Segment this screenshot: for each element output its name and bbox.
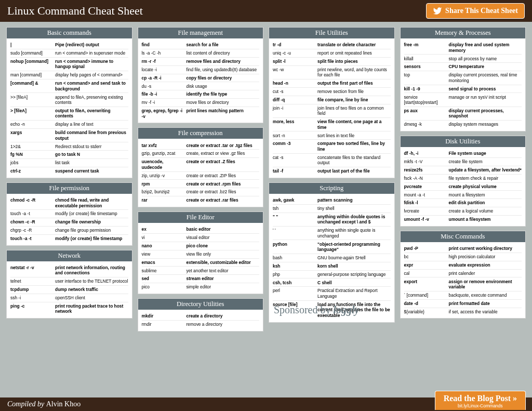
- command-description: create or extract .bz2 files: [187, 189, 259, 195]
- command-row: grep, egrep, fgrep -i -vprint lines matc…: [142, 107, 260, 120]
- command-description: print calender: [449, 271, 522, 276]
- command-description: search for a file: [187, 42, 259, 48]
- command-name: jobs: [10, 160, 55, 166]
- command-description: go to task N: [55, 152, 128, 157]
- command-description: copy files or directory: [187, 75, 259, 81]
- command-row: calprint calender: [404, 270, 522, 278]
- command-row: nohup [command]run < command> immune to …: [10, 58, 128, 71]
- command-name: awk, gawk: [273, 197, 317, 203]
- command-row: bchigh precision calculator: [404, 253, 522, 261]
- command-row: vivisual editor: [142, 234, 260, 242]
- command-name: nano: [142, 243, 187, 249]
- command-name: man [command]: [10, 72, 55, 78]
- command-row: >> [fileA]append to fileA, preserving ex…: [10, 93, 128, 107]
- command-row: mount -a -tmount a filesystem: [404, 191, 522, 199]
- command-name: rm -r -f: [142, 59, 187, 64]
- command-description: run < command> and send task to backgrou…: [55, 81, 128, 91]
- panel-body: |Pipe (redirect) outputsudo [command]run…: [7, 38, 132, 178]
- command-name: netstat -r -v: [10, 265, 55, 276]
- command-row: bashGNU bourne-again SHell: [273, 254, 391, 262]
- command-description: user interface to the TELNET protocol: [55, 279, 128, 284]
- header: Linux Command Cheat Sheet Share This Che…: [0, 0, 532, 22]
- command-name: service [start|stop|restart]: [404, 95, 449, 105]
- panel-header: File management: [138, 28, 263, 38]
- command-row: telnetuser interface to the TELNET proto…: [10, 277, 128, 286]
- command-name: ${variable}: [404, 309, 449, 315]
- command-name: rmdir: [142, 322, 187, 327]
- command-description: find file, using updatedb(8) database: [187, 67, 259, 73]
- read-blog-button[interactable]: Read the Blog Post » bit.ly/Linux-Comman…: [435, 391, 526, 410]
- command-row: zip, unzip -vcreate or extract .ZIP file…: [142, 172, 260, 180]
- command-name: >> [fileA]: [10, 95, 55, 105]
- command-description: output last part of the file: [317, 168, 390, 174]
- command-row: touch -a -tmodify (or create) file times…: [10, 210, 128, 218]
- panel-file-permission: File permissionchmod -c -Rchmod file rea…: [6, 182, 132, 246]
- panel-body: mkdircreate a directoryrmdirremove a dir…: [138, 310, 263, 331]
- command-name: sudo [command]: [10, 50, 55, 56]
- command-row: ` [command]backquote, execute command: [404, 291, 522, 300]
- command-row: sensorsCPU temperature: [404, 63, 522, 71]
- panel-memory-processes: Memory & Processesfree -mdisplay free an…: [400, 27, 526, 131]
- command-row: exbasic editor: [142, 226, 260, 234]
- panel-body: tar xvfzcreate or extract .tar or .tgz f…: [138, 139, 263, 207]
- command-description: yet another text editor: [187, 268, 259, 274]
- command-row: fsck -A -Nfile system check & repair: [404, 175, 522, 183]
- command-description: display free and used system memory: [449, 42, 522, 53]
- command-description: file system check & repair: [449, 176, 522, 181]
- command-row: rm -r -fremove files and directory: [142, 58, 260, 66]
- command-row: ps auxdisplay current processes, snapsho…: [404, 107, 522, 121]
- command-name: gzip, gunzip, zcat: [142, 151, 187, 156]
- command-description: CPU temperature: [449, 64, 522, 70]
- command-row: tshtiny shell: [273, 205, 391, 213]
- command-description: change file ownership: [55, 219, 128, 225]
- twitter-icon: [433, 6, 442, 16]
- command-row: touch -a -tmodify (or create) file times…: [10, 235, 128, 243]
- command-description: print network information, routing and c…: [55, 265, 128, 276]
- command-description: sort lines in text file: [317, 133, 390, 139]
- command-row: ' 'anything within single quote is uncha…: [273, 227, 391, 240]
- panel-header: File permission: [7, 183, 132, 194]
- command-name: chmod -c -R: [10, 197, 55, 208]
- command-row: awk, gawkpattern scanning: [273, 196, 391, 205]
- command-description: print newline, word, and byte counts for…: [317, 67, 390, 78]
- command-description: report or omit repeated lines: [317, 50, 390, 56]
- command-row: 1>2&Redirect stdout to stderr: [10, 142, 128, 151]
- command-row: diff -qfile compare, line by line: [273, 96, 391, 104]
- command-description: create or extract .rpm files: [187, 181, 259, 187]
- command-row: ssh -iopenSSH client: [10, 294, 128, 302]
- command-row: kill -1 -9send signal to process: [404, 85, 522, 94]
- panel-disk-utilities: Disk Utilitiesdf -h, -iFile system usage…: [400, 136, 526, 227]
- command-description: identify the file type: [187, 91, 259, 97]
- command-row: ${variable}if set, access the variable: [404, 308, 522, 316]
- command-description: output the first part of files: [317, 81, 390, 86]
- command-name: telnet: [10, 279, 55, 284]
- command-description: send signal to process: [449, 86, 522, 92]
- command-row: chmod -c -Rchmod file read, write and ex…: [10, 196, 128, 210]
- command-description: create, extract or view .gz files: [187, 151, 259, 156]
- command-name: pico: [142, 284, 187, 290]
- command-row: emacsextensible, customizable editor: [142, 259, 260, 267]
- command-description: remove section from file: [317, 89, 390, 95]
- command-description: output to fileA, overwriting contents: [55, 108, 128, 119]
- command-name: split -l: [273, 59, 317, 64]
- panel-header: Network: [7, 250, 132, 261]
- command-row: kshkorn shell: [273, 262, 391, 271]
- command-row: resize2fsupdate a filesystem, after lvex…: [404, 166, 522, 175]
- command-name: > [fileA]: [10, 108, 55, 119]
- share-button[interactable]: Share This Cheat Sheet: [426, 3, 525, 19]
- command-description: general-purpose scripting language: [317, 272, 390, 277]
- command-row: pvcreatecreate physical volume: [404, 183, 522, 191]
- command-row: [command] &run < command> and send task …: [10, 79, 128, 93]
- command-row: netstat -r -vprint network information, …: [10, 264, 128, 277]
- command-row: sudo [command]run < command> in superuse…: [10, 49, 128, 58]
- command-name: fg %N: [10, 152, 55, 157]
- command-name: mount -a -t: [404, 192, 449, 198]
- command-name: tsh: [273, 206, 317, 211]
- command-name: rpm: [142, 181, 187, 187]
- command-name: bc: [404, 254, 449, 260]
- command-name: fsck -A -N: [404, 176, 449, 181]
- command-name: python: [273, 242, 317, 253]
- command-description: remove a directory: [187, 322, 259, 327]
- command-description: create or extract .Z files: [187, 159, 259, 170]
- command-description: print lines matching pattern: [187, 108, 259, 119]
